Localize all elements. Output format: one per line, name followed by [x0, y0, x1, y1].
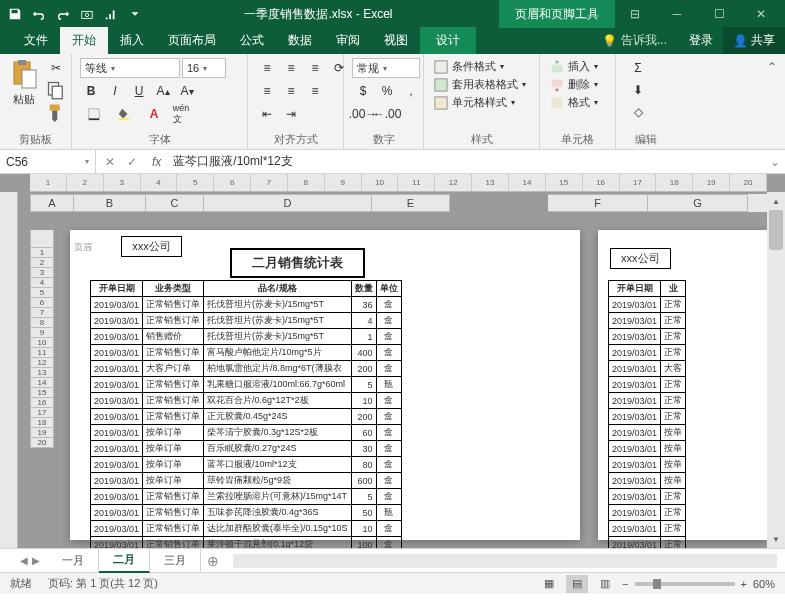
fill-icon[interactable]: ⬇ [624, 80, 652, 100]
camera-icon[interactable] [76, 3, 98, 25]
data-table-2[interactable]: 开单日期业2019/03/01正常2019/03/01正常2019/03/01正… [608, 280, 686, 548]
undo-icon[interactable] [28, 3, 50, 25]
horizontal-scrollbar[interactable] [233, 554, 777, 568]
percent-icon[interactable]: % [376, 81, 398, 101]
tab-view[interactable]: 视图 [372, 27, 420, 54]
underline-icon[interactable]: U [128, 81, 150, 101]
sheet-tab-feb[interactable]: 二月 [99, 548, 150, 573]
tab-layout[interactable]: 页面布局 [156, 27, 228, 54]
row-header[interactable]: 3 [30, 268, 54, 278]
paste-label[interactable]: 粘贴 [13, 92, 35, 107]
save-icon[interactable] [4, 3, 26, 25]
chart-icon[interactable] [100, 3, 122, 25]
font-size-select[interactable]: 16▾ [182, 58, 226, 78]
col-header-f[interactable]: F [548, 194, 648, 212]
col-header-b[interactable]: B [74, 194, 146, 212]
delete-cells-button[interactable]: 删除▾ [548, 76, 600, 93]
row-header[interactable]: 16 [30, 398, 54, 408]
zoom-slider[interactable] [635, 582, 735, 586]
company-header[interactable]: xxx公司 [121, 236, 182, 257]
cancel-formula-icon[interactable]: ✕ [100, 152, 120, 172]
row-header[interactable]: 19 [30, 428, 54, 438]
tab-review[interactable]: 审阅 [324, 27, 372, 54]
increase-decimal-icon[interactable]: .00→ [352, 104, 374, 124]
italic-icon[interactable]: I [104, 81, 126, 101]
vertical-scrollbar[interactable]: ▲ ▼ [767, 192, 785, 548]
align-center-icon[interactable]: ≡ [280, 81, 302, 101]
scroll-up-icon[interactable]: ▲ [767, 192, 785, 210]
sheet-nav-prev-icon[interactable]: ◀ [20, 555, 28, 566]
tab-file[interactable]: 文件 [12, 27, 60, 54]
number-format-select[interactable]: 常规▾ [352, 58, 420, 78]
normal-view-icon[interactable]: ▦ [538, 575, 560, 593]
row-header[interactable]: 8 [30, 318, 54, 328]
company-header-2[interactable]: xxx公司 [610, 248, 671, 269]
row-header[interactable]: 17 [30, 408, 54, 418]
row-header[interactable]: 18 [30, 418, 54, 428]
scroll-down-icon[interactable]: ▼ [767, 530, 785, 548]
row-header[interactable]: 6 [30, 298, 54, 308]
zoom-out-icon[interactable]: − [622, 578, 628, 590]
cut-icon[interactable]: ✂ [46, 58, 66, 78]
row-header[interactable]: 5 [30, 288, 54, 298]
row-header[interactable]: 4 [30, 278, 54, 288]
row-header[interactable] [30, 230, 54, 248]
minimize-icon[interactable]: ─ [657, 0, 697, 28]
row-header[interactable]: 15 [30, 388, 54, 398]
add-sheet-icon[interactable]: ⊕ [201, 553, 225, 569]
close-icon[interactable]: ✕ [741, 0, 781, 28]
decrease-font-icon[interactable]: A▾ [176, 81, 198, 101]
insert-cells-button[interactable]: 插入▾ [548, 58, 600, 75]
autosum-icon[interactable]: Σ [624, 58, 652, 78]
copy-icon[interactable] [46, 80, 66, 100]
qat-more-icon[interactable] [124, 3, 146, 25]
currency-icon[interactable]: $ [352, 81, 374, 101]
collapse-ribbon-icon[interactable]: ⌃ [763, 58, 781, 76]
decrease-decimal-icon[interactable]: ←.00 [376, 104, 398, 124]
scroll-thumb[interactable] [769, 210, 783, 250]
increase-font-icon[interactable]: A▴ [152, 81, 174, 101]
formula-input[interactable]: 蓝芩口服液/10ml*12支 [167, 153, 765, 170]
fx-icon[interactable]: fx [146, 155, 167, 169]
conditional-format-button[interactable]: 条件格式▾ [432, 58, 528, 75]
row-header[interactable]: 11 [30, 348, 54, 358]
clear-icon[interactable]: ◇ [624, 102, 652, 122]
align-right-icon[interactable]: ≡ [304, 81, 326, 101]
decrease-indent-icon[interactable]: ⇤ [256, 104, 278, 124]
page-layout-view-icon[interactable]: ▤ [566, 575, 588, 593]
tell-me[interactable]: 💡告诉我... [590, 27, 679, 54]
tab-design[interactable]: 设计 [420, 27, 476, 54]
page-break-view-icon[interactable]: ▥ [594, 575, 616, 593]
format-cells-button[interactable]: 格式▾ [548, 94, 600, 111]
table-format-button[interactable]: 套用表格格式▾ [432, 76, 528, 93]
align-bottom-icon[interactable]: ≡ [304, 58, 326, 78]
paste-icon[interactable] [8, 58, 40, 90]
col-header-a[interactable]: A [30, 194, 74, 212]
sheet-tab-jan[interactable]: 一月 [48, 549, 99, 572]
col-header-d[interactable]: D [204, 194, 372, 212]
zoom-level[interactable]: 60% [753, 578, 775, 590]
border-icon[interactable] [80, 104, 108, 124]
align-left-icon[interactable]: ≡ [256, 81, 278, 101]
row-header[interactable]: 12 [30, 358, 54, 368]
font-color-icon[interactable]: A [140, 104, 168, 124]
name-box[interactable]: C56▾ [0, 150, 96, 173]
sheet-tab-mar[interactable]: 三月 [150, 549, 201, 572]
row-header[interactable]: 9 [30, 328, 54, 338]
align-middle-icon[interactable]: ≡ [280, 58, 302, 78]
zoom-in-icon[interactable]: + [741, 578, 747, 590]
enter-formula-icon[interactable]: ✓ [122, 152, 142, 172]
row-header[interactable]: 10 [30, 338, 54, 348]
ribbon-options-icon[interactable]: ⊟ [615, 0, 655, 28]
maximize-icon[interactable]: ☐ [699, 0, 739, 28]
format-painter-icon[interactable] [46, 102, 66, 122]
row-header[interactable]: 7 [30, 308, 54, 318]
phonetic-icon[interactable]: wén文 [170, 104, 192, 124]
bold-icon[interactable]: B [80, 81, 102, 101]
row-header[interactable]: 1 [30, 248, 54, 258]
tab-data[interactable]: 数据 [276, 27, 324, 54]
share-button[interactable]: 👤共享 [723, 27, 785, 54]
align-top-icon[interactable]: ≡ [256, 58, 278, 78]
login-button[interactable]: 登录 [679, 27, 723, 54]
expand-formula-bar-icon[interactable]: ⌄ [765, 155, 785, 169]
